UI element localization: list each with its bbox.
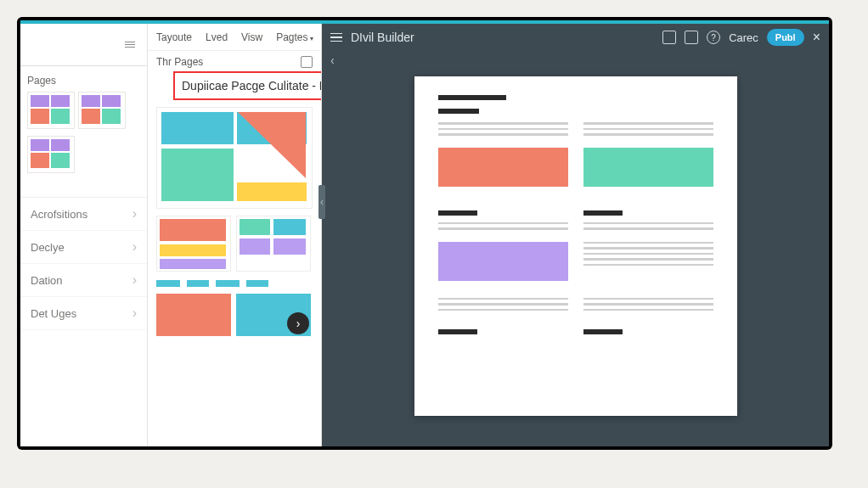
menu-icon[interactable] <box>330 33 342 42</box>
back-icon[interactable]: ‹ <box>330 53 335 67</box>
sidebar-item[interactable]: Det Uges› <box>20 297 147 330</box>
sidebar-item-label: Declye <box>31 241 65 254</box>
chevron-right-icon: › <box>132 206 137 222</box>
segment <box>216 280 240 287</box>
page-canvas[interactable] <box>414 76 737 416</box>
chevron-down-icon: ▾ <box>310 35 313 42</box>
pages-header-title: Thr Pages <box>156 56 203 68</box>
next-fab[interactable]: › <box>287 312 309 334</box>
sidebar-item[interactable]: Dation› <box>20 264 147 297</box>
chevron-right-icon: › <box>132 306 137 321</box>
publish-button[interactable]: Publ <box>767 29 804 46</box>
chevron-right-icon: › <box>296 317 301 330</box>
heading-block <box>583 329 623 334</box>
layouts-panel: Tayoute Lved Visw Pagtes▾ Thr Pages Dupi… <box>148 24 322 446</box>
sidebar-nav: Acrofsitions› Declye› Dation› Det Uges› <box>20 197 147 330</box>
builder-title: DIvil Builder <box>351 31 414 44</box>
panel-resize-handle[interactable] <box>318 185 325 219</box>
duplicate-page-popup[interactable]: Dupiicae Pacge Culitate - Duplicate Page <box>173 71 321 100</box>
heading-block <box>438 210 477 216</box>
pages-section-label: Pages <box>20 66 147 92</box>
sidebar-item[interactable]: Acrofsitions› <box>20 198 147 231</box>
layout-swatch[interactable] <box>156 294 231 336</box>
menu-pages[interactable]: Pagtes▾ <box>276 31 313 43</box>
content-block[interactable] <box>583 148 713 187</box>
collapse-icon[interactable] <box>125 37 140 53</box>
chevron-right-icon: › <box>132 272 137 288</box>
content-block[interactable] <box>438 242 568 281</box>
segment <box>156 280 180 287</box>
layouts-menu: Tayoute Lved Visw Pagtes▾ <box>148 24 321 51</box>
help-icon[interactable]: ? <box>707 31 720 44</box>
sidebar-item-label: Dation <box>31 274 63 287</box>
heading-block <box>438 109 479 114</box>
close-icon[interactable]: × <box>813 30 820 45</box>
layout-thumbnail-large[interactable] <box>156 107 313 209</box>
user-label[interactable]: Carec <box>729 31 758 44</box>
page-icon[interactable] <box>685 31 698 44</box>
sidebar-item[interactable]: Declye› <box>20 231 147 264</box>
heading-block <box>583 210 623 216</box>
layout-thumbnail[interactable] <box>156 216 231 272</box>
menu-lved[interactable]: Lved <box>206 31 228 43</box>
left-sidebar: Pages Acrofsitions› Declye› Dation› Det … <box>20 24 148 446</box>
builder-subbar: ‹ <box>322 51 829 70</box>
page-thumbnail[interactable] <box>78 92 126 129</box>
segment <box>246 280 268 287</box>
layout-thumbnail[interactable] <box>236 216 311 272</box>
page-thumbnail[interactable] <box>27 92 75 129</box>
menu-layouts[interactable]: Tayoute <box>156 31 192 43</box>
menu-view[interactable]: Visw <box>241 31 262 43</box>
import-icon[interactable] <box>301 56 313 68</box>
builder-topbar: DIvil Builder ? Carec Publ × <box>322 24 829 51</box>
content-block[interactable] <box>438 148 568 187</box>
builder-area: DIvil Builder ? Carec Publ × ‹ <box>322 24 829 446</box>
progress-row <box>156 280 313 287</box>
sidebar-item-label: Det Uges <box>31 307 76 320</box>
device-icon[interactable] <box>662 31 676 44</box>
heading-block <box>438 95 506 100</box>
segment <box>187 280 209 287</box>
page-thumbnail[interactable] <box>27 136 75 173</box>
sidebar-item-label: Acrofsitions <box>31 208 87 221</box>
popup-text: Dupiicae Pacge Culitate - Duplicate Page <box>182 79 321 93</box>
chevron-right-icon: › <box>132 239 137 255</box>
heading-block <box>438 329 477 334</box>
